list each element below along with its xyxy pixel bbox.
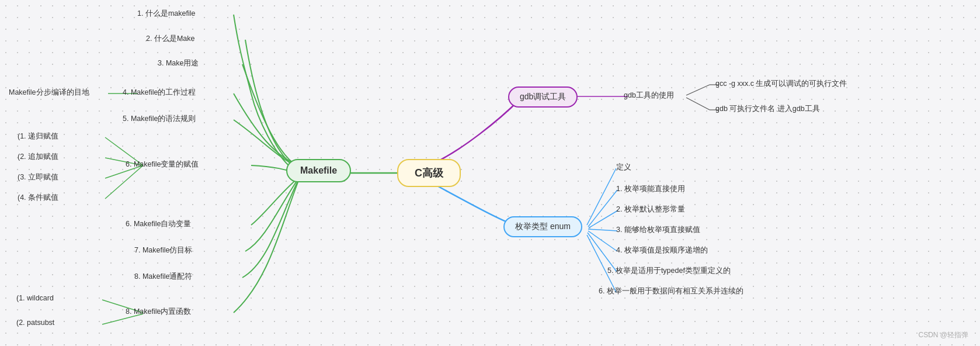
enum-label: 枚举类型 enum <box>503 216 582 237</box>
makefile-node: Makefile <box>286 159 351 182</box>
enum-item-4: 4. 枚举项值是按顺序递增的 <box>616 245 708 255</box>
svg-line-14 <box>589 210 618 228</box>
makefile-goal: Makefile分步编译的目地 <box>9 88 89 98</box>
makefile-item-3: 3. Make用途 <box>158 58 199 68</box>
makefile-item-2: 2. 什么是Make <box>146 34 194 44</box>
svg-line-18 <box>587 235 616 292</box>
enum-item-3: 3. 能够给枚举项直接赋值 <box>616 225 700 235</box>
gdb-detail-1: gcc -g xxx.c 生成可以调试的可执行文件 <box>715 79 847 89</box>
makefile-phony: 7. Makefile仿目标 <box>134 245 192 255</box>
var-assign-node: 6. Makefile变量的赋值 <box>126 160 199 169</box>
enum-item-1: 1. 枚举项能直接使用 <box>616 184 685 194</box>
svg-line-9 <box>686 98 710 110</box>
makefile-auto-var: 6. Makefile自动变量 <box>126 219 191 229</box>
enum-item-5: 5. 枚举是适用于typedef类型重定义的 <box>607 266 731 276</box>
center-node: C高级 <box>397 159 461 187</box>
assign-item-2: (2. 追加赋值 <box>18 152 58 162</box>
assign-item-3: (3. 立即赋值 <box>18 172 58 182</box>
svg-line-12 <box>587 168 616 225</box>
gdb-node: gdb调试工具 <box>508 86 578 108</box>
wildcard-item-2: (2. patsubst <box>16 319 54 327</box>
assign-item-1: (1. 递归赋值 <box>18 132 58 141</box>
makefile-item-5: 5. Makefile的语法规则 <box>123 114 196 124</box>
gdb-label: gdb调试工具 <box>508 86 578 108</box>
wildcard-item-1: (1. wildcard <box>16 294 54 302</box>
makefile-wildcard: 8. Makefile通配符 <box>134 272 192 282</box>
makefile-label: Makefile <box>286 159 351 182</box>
svg-line-16 <box>588 231 617 251</box>
enum-item-0: 定义 <box>616 162 631 172</box>
makefile-item-1: 1. 什么是makefile <box>137 9 195 19</box>
c-high-label: C高级 <box>397 159 461 187</box>
svg-line-15 <box>588 229 617 231</box>
assign-item-4: (4. 条件赋值 <box>18 193 58 203</box>
enum-node: 枚举类型 enum <box>503 216 582 237</box>
enum-item-6: 6. 枚举一般用于数据间有相互关系并连续的 <box>599 286 743 296</box>
makefile-item-4: 4. Makefile的工作过程 <box>123 88 196 98</box>
enum-item-2: 2. 枚举默认整形常量 <box>616 205 685 214</box>
gdb-sub-node: gdb工具的使用 <box>624 91 674 101</box>
watermark: CSDN @轻指弹 <box>918 330 968 340</box>
svg-line-8 <box>686 85 710 95</box>
svg-line-13 <box>588 190 617 227</box>
gdb-detail-2: gdb 可执行文件名 进入gdb工具 <box>715 104 820 114</box>
builtin-node: 8. Makefile内置函数 <box>126 307 191 317</box>
svg-line-4 <box>105 165 143 199</box>
